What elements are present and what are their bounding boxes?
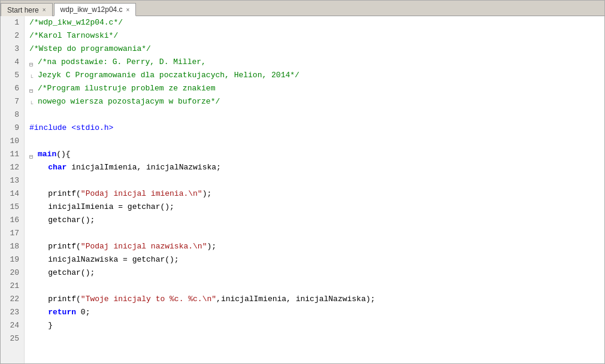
line-number: 21	[5, 280, 19, 293]
code-line: getchar();	[29, 214, 604, 227]
code-line	[29, 108, 604, 122]
code-line: ⊟/*na podstawie: G. Perry, D. Miller,	[29, 56, 604, 69]
line-number: 17	[5, 227, 19, 240]
fold-icon[interactable]: ⊟	[29, 151, 37, 158]
plain-token: (){	[56, 148, 70, 161]
indent	[29, 240, 48, 253]
tab-close-icon[interactable]: ×	[126, 7, 130, 13]
comment-token: /*wdp_ikw_w12p04.c*/	[29, 16, 123, 29]
plain-token: inicjalImienia = getchar();	[48, 201, 174, 214]
line-number: 24	[5, 319, 19, 332]
code-line	[29, 174, 604, 187]
line-number: 10	[5, 135, 19, 148]
code-line: }	[29, 319, 604, 332]
line-number: 6	[5, 82, 19, 95]
indent	[29, 266, 48, 280]
code-line: return 0;	[29, 306, 604, 319]
code-line: getchar();	[29, 266, 604, 280]
code-area[interactable]: /*wdp_ikw_w12p04.c*//*Karol Tarnowski*//…	[25, 16, 604, 363]
editor: 1234567891011121314151617181920212223242…	[1, 16, 604, 363]
main-window: Start here×wdp_ikw_w12p04.c× 12345678910…	[0, 0, 605, 364]
keyword-token: return	[48, 306, 76, 319]
line-number: 23	[5, 306, 19, 319]
tab-close-icon[interactable]: ×	[43, 7, 46, 13]
line-number: 9	[5, 122, 19, 135]
code-line: printf("Podaj inicjal imienia.\n");	[29, 187, 604, 201]
line-number: 20	[5, 266, 19, 280]
include-token: #include <stdio.h>	[29, 122, 113, 135]
plain-token: getchar();	[48, 266, 95, 280]
indent	[29, 253, 48, 266]
code-line: inicjalNazwiska = getchar();	[29, 253, 604, 266]
plain-token: inicjalImienia, inicjalNazwiska;	[66, 161, 220, 174]
indent	[29, 187, 48, 201]
indent	[29, 293, 48, 306]
code-line	[29, 227, 604, 240]
tab-bar: Start here×wdp_ikw_w12p04.c×	[1, 1, 604, 16]
code-line: inicjalImienia = getchar();	[29, 201, 604, 214]
string-token: "Podaj inicjal nazwiska.\n"	[81, 240, 207, 253]
plain-token: printf(	[48, 187, 81, 201]
line-number: 15	[5, 201, 19, 214]
line-number: 12	[5, 161, 19, 174]
plain-token: );	[207, 240, 216, 253]
line-number: 11	[5, 148, 19, 161]
comment-token: Jezyk C Programowanie dla poczatkujacych…	[38, 69, 300, 82]
keyword-token: char	[48, 161, 66, 174]
plain-token: inicjalNazwiska = getchar();	[48, 253, 179, 266]
fold-continuation-icon: └	[29, 98, 37, 105]
line-number: 13	[5, 174, 19, 187]
code-line: └Jezyk C Programowanie dla poczatkujacyc…	[29, 69, 604, 82]
indent	[29, 161, 48, 174]
plain-token: ,inicjalImienia, inicjalNazwiska);	[216, 293, 375, 306]
comment-token: /*Karol Tarnowski*/	[29, 29, 118, 43]
line-number: 4	[5, 56, 19, 69]
code-line: ⊟main(){	[29, 148, 604, 161]
code-line	[29, 332, 604, 345]
plain-token: printf(	[48, 293, 81, 306]
code-line: printf("Podaj inicjal nazwiska.\n");	[29, 240, 604, 253]
code-line: ⊟/*Program ilustruje problem ze znakiem	[29, 82, 604, 95]
fold-icon[interactable]: ⊟	[29, 85, 37, 92]
code-line	[29, 135, 604, 148]
line-number: 16	[5, 214, 19, 227]
plain-token: }	[29, 319, 53, 332]
comment-token: /*na podstawie: G. Perry, D. Miller,	[38, 56, 206, 69]
line-number: 5	[5, 69, 19, 82]
string-token: "Twoje inicjaly to %c. %c.\n"	[81, 293, 216, 306]
comment-token: nowego wiersza pozostajacym w buforze*/	[38, 95, 220, 108]
line-number: 25	[5, 332, 19, 345]
plain-token: getchar();	[48, 214, 95, 227]
code-line: /*Karol Tarnowski*/	[29, 29, 604, 43]
line-number: 8	[5, 108, 19, 122]
code-line: printf("Twoje inicjaly to %c. %c.\n",ini…	[29, 293, 604, 306]
code-line: char inicjalImienia, inicjalNazwiska;	[29, 161, 604, 174]
code-line: └nowego wiersza pozostajacym w buforze*/	[29, 95, 604, 108]
code-line: /*wdp_ikw_w12p04.c*/	[29, 16, 604, 29]
comment-token: /*Program ilustruje problem ze znakiem	[38, 82, 215, 95]
tab-start-here[interactable]: Start here×	[1, 3, 53, 16]
plain-token: printf(	[48, 240, 81, 253]
line-number: 7	[5, 95, 19, 108]
line-number: 18	[5, 240, 19, 253]
plain-token: 0;	[76, 306, 90, 319]
indent	[29, 306, 48, 319]
fold-icon[interactable]: ⊟	[29, 59, 37, 66]
line-number: 3	[5, 43, 19, 56]
code-line: /*Wstep do programowania*/	[29, 43, 604, 56]
code-line: #include <stdio.h>	[29, 122, 604, 135]
line-number: 19	[5, 253, 19, 266]
plain-token: );	[202, 187, 212, 201]
fold-continuation-icon: └	[29, 72, 37, 79]
line-number: 1	[5, 16, 19, 29]
line-number: 2	[5, 29, 19, 43]
line-numbers: 1234567891011121314151617181920212223242…	[1, 16, 25, 363]
line-number: 22	[5, 293, 19, 306]
tab-wdp-ikw-w12p04-c[interactable]: wdp_ikw_w12p04.c×	[54, 3, 137, 16]
indent	[29, 201, 48, 214]
line-number: 14	[5, 187, 19, 201]
code-line	[29, 280, 604, 293]
keyword-token: main	[38, 148, 56, 161]
indent	[29, 214, 48, 227]
string-token: "Podaj inicjal imienia.\n"	[81, 187, 202, 201]
